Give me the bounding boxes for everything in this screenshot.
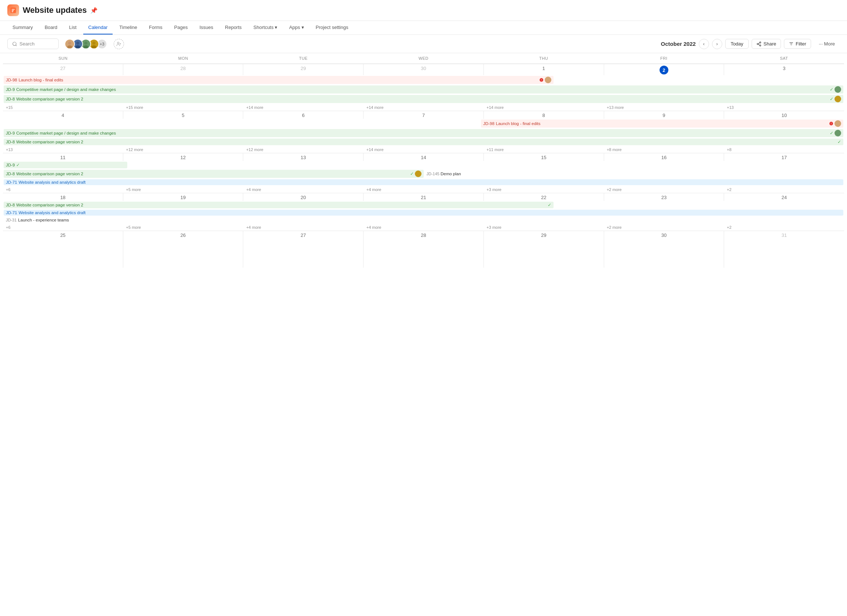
nav-apps[interactable]: Apps ▾ bbox=[284, 21, 309, 34]
nav-timeline[interactable]: Timeline bbox=[114, 21, 142, 34]
more-w1-thu[interactable]: +14 more bbox=[485, 105, 505, 111]
filter-button[interactable]: Filter bbox=[784, 39, 811, 49]
today-badge: 2 bbox=[660, 66, 668, 74]
nav-issues[interactable]: Issues bbox=[195, 21, 218, 34]
more-w4-tue[interactable]: +4 more bbox=[245, 224, 263, 230]
svg-point-22 bbox=[757, 43, 758, 45]
more-w3-sun[interactable]: +6 bbox=[4, 187, 12, 193]
more-w2-fri[interactable]: +8 more bbox=[605, 147, 623, 153]
more-w1-mon[interactable]: +15 more bbox=[125, 105, 145, 111]
nav-reports[interactable]: Reports bbox=[220, 21, 247, 34]
nav-shortcuts[interactable]: Shortcuts ▾ bbox=[248, 21, 283, 34]
pin-icon[interactable]: 📌 bbox=[90, 7, 97, 14]
calendar-table: SUN MON TUE WED THU FRI SAT 27 28 bbox=[3, 53, 844, 268]
svg-line-5 bbox=[16, 45, 17, 46]
more-w3-thu[interactable]: +3 more bbox=[485, 187, 503, 193]
add-member-button[interactable] bbox=[114, 39, 124, 49]
nav-summary[interactable]: Summary bbox=[7, 21, 38, 34]
more-w3-tue[interactable]: +4 more bbox=[245, 187, 263, 193]
col-thu: THU bbox=[484, 53, 604, 64]
avatar-group: +3 bbox=[65, 39, 107, 49]
col-mon: MON bbox=[123, 53, 243, 64]
more-w2-wed[interactable]: +14 more bbox=[365, 147, 385, 153]
event-jd9-w2[interactable]: JD-9 Competitive market page / design an… bbox=[4, 129, 843, 137]
more-w3-wed[interactable]: +4 more bbox=[365, 187, 383, 193]
next-month-button[interactable]: › bbox=[712, 39, 722, 49]
more-w2-sat[interactable]: +8 bbox=[725, 147, 733, 153]
event-jd71-w4[interactable]: JD-71 Website analysis and analytics dra… bbox=[4, 210, 843, 216]
calendar-month: October 2022 bbox=[661, 41, 696, 47]
week-2-span: 4 5 6 7 8 9 10 JD-98 Launch blog - final bbox=[3, 111, 844, 153]
nav-project-settings[interactable]: Project settings bbox=[311, 21, 354, 34]
event-jd9-w3[interactable]: JD-9 ✓ bbox=[4, 162, 127, 168]
col-sat: SAT bbox=[724, 53, 844, 64]
more-w4-sun[interactable]: +6 bbox=[4, 224, 12, 230]
day-num-30: 30 bbox=[363, 64, 484, 72]
more-w1-fri[interactable]: +13 more bbox=[605, 105, 626, 111]
search-placeholder: Search bbox=[19, 41, 34, 47]
more-w2-tue[interactable]: +12 more bbox=[245, 147, 265, 153]
day-num-3: 3 bbox=[724, 64, 844, 72]
nav-board[interactable]: Board bbox=[40, 21, 63, 34]
filter-icon bbox=[789, 41, 794, 47]
nav-bar: Summary Board List Calendar Timeline For… bbox=[0, 21, 847, 35]
w1-day-3: 3 bbox=[724, 64, 844, 75]
more-w1-sun[interactable]: +15 bbox=[4, 105, 14, 111]
nav-pages[interactable]: Pages bbox=[169, 21, 193, 34]
event-jd8-w1[interactable]: JD-8 Website comparison page version 2 ✓ bbox=[4, 95, 843, 103]
col-tue: TUE bbox=[243, 53, 363, 64]
nav-calendar[interactable]: Calendar bbox=[83, 21, 113, 34]
more-w3-sat[interactable]: +2 bbox=[725, 187, 733, 193]
more-w4-wed[interactable]: +4 more bbox=[365, 224, 383, 230]
event-jd31-w4[interactable]: JD-31 Launch - experience teams bbox=[4, 217, 843, 223]
share-label: Share bbox=[763, 41, 776, 47]
svg-rect-1 bbox=[12, 9, 15, 10]
prev-month-button[interactable]: ‹ bbox=[699, 39, 709, 49]
more-w2-thu[interactable]: +11 more bbox=[485, 147, 505, 153]
calendar-week-1: 27 28 29 30 1 bbox=[3, 64, 844, 112]
more-button[interactable]: ··· More bbox=[814, 39, 840, 49]
svg-point-11 bbox=[75, 45, 80, 49]
more-w3-fri[interactable]: +2 more bbox=[605, 187, 623, 193]
event-jd145-w3[interactable]: JD-145 Demo plan bbox=[424, 169, 568, 178]
col-fri: FRI bbox=[604, 53, 724, 64]
calendar-week-2: 4 5 6 7 8 9 10 JD-98 Launch blog - final bbox=[3, 111, 844, 153]
calendar-nav: October 2022 ‹ › Today Share Filter ··· … bbox=[661, 39, 840, 49]
search-box[interactable]: Search bbox=[7, 38, 59, 49]
event-jd98-w1[interactable]: JD-98 Launch blog - final edits bbox=[4, 76, 553, 84]
week-5-span: 25 26 27 28 29 30 31 bbox=[3, 231, 844, 268]
nav-list[interactable]: List bbox=[64, 21, 81, 34]
search-icon bbox=[12, 41, 17, 47]
calendar-week-3: 11 12 13 14 15 16 17 JD-9 ✓ bbox=[3, 153, 844, 193]
event-jd8-w2[interactable]: JD-8 Website comparison page version 2 ✓ bbox=[4, 139, 843, 145]
svg-line-25 bbox=[758, 43, 760, 43]
more-w2-mon[interactable]: +12 more bbox=[125, 147, 145, 153]
more-w4-mon[interactable]: +5 more bbox=[125, 224, 143, 230]
svg-point-7 bbox=[68, 41, 72, 45]
more-w2-sun[interactable]: +13 bbox=[4, 147, 14, 153]
more-w4-thu[interactable]: +3 more bbox=[485, 224, 503, 230]
col-sun: SUN bbox=[3, 53, 123, 64]
toolbar: Search +3 October 2022 ‹ › Today Share F… bbox=[0, 35, 847, 53]
event-jd8-w3[interactable]: JD-8 Website comparison page version 2 ✓ bbox=[4, 170, 424, 178]
week-1-span: 27 28 29 30 1 bbox=[3, 64, 844, 112]
more-w3-mon[interactable]: +5 more bbox=[125, 187, 143, 193]
event-jd98-w2[interactable]: JD-98 Launch blog - final edits bbox=[481, 119, 843, 128]
more-w1-sat[interactable]: +13 bbox=[725, 105, 735, 111]
filter-label: Filter bbox=[795, 41, 806, 47]
event-jd9-w1[interactable]: JD-9 Competitive market page / design an… bbox=[4, 85, 843, 93]
event-jd71-w3[interactable]: JD-71 Website analysis and analytics dra… bbox=[4, 179, 843, 185]
event-jd8-w4[interactable]: JD-8 Website comparison page version 2 ✓ bbox=[4, 202, 553, 208]
svg-point-18 bbox=[117, 42, 119, 44]
more-w1-tue[interactable]: +14 more bbox=[245, 105, 265, 111]
more-w4-sat[interactable]: +2 bbox=[725, 224, 733, 230]
svg-point-16 bbox=[93, 41, 96, 45]
more-w4-fri[interactable]: +2 more bbox=[605, 224, 623, 230]
svg-point-34 bbox=[831, 124, 832, 125]
nav-forms[interactable]: Forms bbox=[144, 21, 168, 34]
today-button[interactable]: Today bbox=[725, 39, 749, 49]
svg-line-24 bbox=[758, 44, 760, 45]
share-button[interactable]: Share bbox=[752, 39, 781, 49]
more-w1-wed[interactable]: +14 more bbox=[365, 105, 385, 111]
avatar-1[interactable] bbox=[65, 39, 75, 49]
